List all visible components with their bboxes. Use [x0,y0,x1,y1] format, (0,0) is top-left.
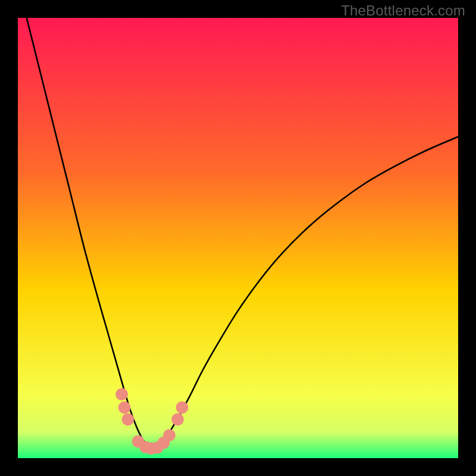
trough-marker [118,402,131,414]
plot-area [18,18,458,458]
trough-marker [171,414,184,426]
chart-frame: TheBottleneck.com [0,0,476,476]
watermark-text: TheBottleneck.com [341,2,465,19]
gradient-background [18,18,458,458]
chart-svg [18,18,458,458]
trough-marker [115,388,128,400]
trough-marker [163,429,176,441]
trough-marker [176,402,189,414]
trough-marker [122,414,134,426]
